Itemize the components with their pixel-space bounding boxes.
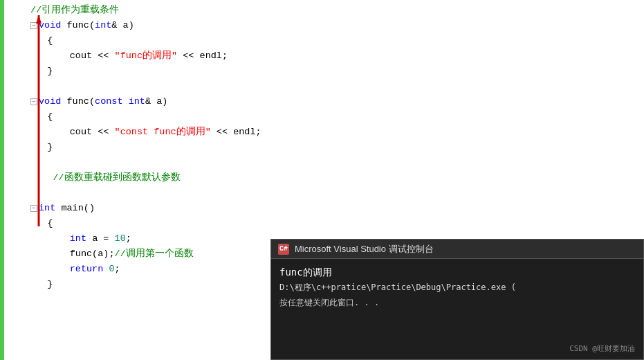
- code-line-empty: [25, 186, 644, 201]
- code-text: << endl;: [177, 48, 228, 64]
- code-line: }: [25, 64, 644, 79]
- brace: }: [47, 277, 53, 292]
- code-text: [103, 262, 109, 277]
- keyword: return: [70, 262, 104, 277]
- func-name: main(): [61, 201, 95, 216]
- editor: //引用作为重载条件 − void func( int & a) { cout …: [0, 0, 644, 360]
- code-line: − void func( int & a): [25, 18, 644, 33]
- console-title: Microsoft Visual Studio 调试控制台: [295, 243, 434, 255]
- indent-space: [30, 170, 53, 186]
- console-path-line: D:\程序\c++pratice\Practice\Debug\Practice…: [279, 280, 635, 295]
- console-body: func的调用 D:\程序\c++pratice\Practice\Debug\…: [271, 259, 643, 316]
- keyword: int: [70, 231, 86, 246]
- func-name: func(: [67, 18, 95, 33]
- code-line-empty: [25, 79, 644, 94]
- code-line: }: [25, 140, 644, 155]
- indent-space: [30, 277, 47, 292]
- code-text: cout <<: [70, 125, 115, 140]
- code-text: [55, 201, 61, 216]
- collapse-button[interactable]: −: [30, 98, 37, 105]
- console-prompt-line: 按任意键关闭此窗口. . .: [279, 295, 635, 310]
- code-text: ;: [115, 262, 120, 277]
- code-text: ;: [126, 231, 131, 246]
- code-line: cout << "const func的调用" << endl;: [25, 125, 644, 140]
- keyword: int: [95, 18, 111, 33]
- brace: {: [47, 33, 53, 48]
- code-line: //函数重载碰到函数默认参数: [25, 170, 644, 186]
- left-accent-bar: [0, 0, 4, 360]
- string-literal: "func的调用": [115, 48, 178, 64]
- code-text: a =: [86, 231, 115, 246]
- keyword: void: [39, 18, 61, 33]
- code-text: [61, 18, 66, 33]
- code-line: − void func( const int & a): [25, 94, 644, 109]
- number-literal: 0: [109, 262, 114, 277]
- code-line: {: [25, 109, 644, 125]
- code-line: − int main(): [25, 201, 644, 216]
- code-line: cout << "func的调用" << endl;: [25, 48, 644, 64]
- code-text: & a): [111, 18, 134, 33]
- console-output-line: func的调用: [279, 264, 635, 280]
- console-titlebar: C# Microsoft Visual Studio 调试控制台: [271, 240, 643, 259]
- code-text: << endl;: [211, 125, 261, 140]
- collapse-button[interactable]: −: [30, 22, 37, 29]
- brace: {: [47, 216, 53, 231]
- indent-space: [30, 216, 47, 231]
- code-text: func(a);: [70, 246, 115, 262]
- vs-icon: C#: [278, 244, 289, 255]
- console-credit: CSDN @旺财要加油: [569, 343, 635, 354]
- collapse-button[interactable]: −: [30, 205, 37, 212]
- indent-space: [30, 33, 47, 48]
- code-line-empty: [25, 155, 644, 170]
- keyword: int: [39, 201, 55, 216]
- comment: //引用作为重载条件: [30, 3, 119, 18]
- number-literal: 10: [115, 231, 126, 246]
- indent: [30, 246, 70, 262]
- code-text: [61, 94, 66, 109]
- indent-space: [30, 109, 47, 125]
- comment: //调用第一个函数: [115, 246, 194, 262]
- indent: [30, 231, 70, 246]
- code-line: {: [25, 33, 644, 48]
- brace: {: [47, 109, 53, 125]
- keyword: const: [95, 94, 123, 109]
- code-line: //引用作为重载条件: [25, 3, 644, 18]
- indent: [30, 48, 70, 64]
- indent: [30, 262, 70, 277]
- code-text: [123, 94, 129, 109]
- indent-space: [30, 140, 47, 155]
- keyword: void: [39, 94, 61, 109]
- brace: }: [47, 64, 53, 79]
- console-window: C# Microsoft Visual Studio 调试控制台 func的调用…: [270, 239, 644, 360]
- indent-space: [30, 64, 47, 79]
- code-text: cout <<: [70, 48, 115, 64]
- comment: //函数重载碰到函数默认参数: [53, 170, 180, 186]
- keyword: int: [129, 94, 145, 109]
- code-text: & a): [145, 94, 167, 109]
- func-name: func(: [67, 94, 95, 109]
- brace: }: [47, 140, 53, 155]
- indent: [30, 125, 70, 140]
- code-line: {: [25, 216, 644, 231]
- string-literal: "const func的调用": [115, 125, 211, 140]
